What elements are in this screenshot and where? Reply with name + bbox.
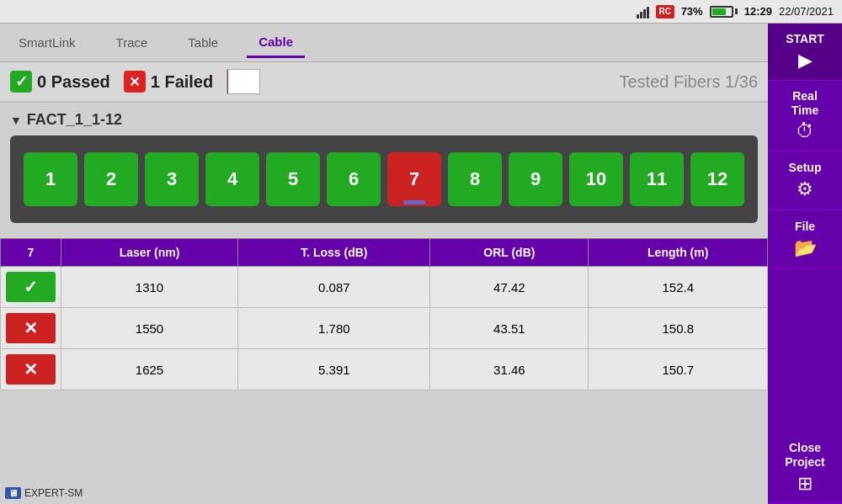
timer-icon: ⏱ [796,120,814,142]
fiber-1[interactable]: 1 [24,152,77,206]
grid-icon: ⊞ [797,473,813,495]
pass-check-icon: ✓ [24,277,38,297]
date-display: 22/07/2021 [779,5,834,18]
fiber-7[interactable]: 7 [387,152,441,206]
tab-table[interactable]: Table [176,29,230,56]
file-label: File [795,220,815,234]
fiber-6[interactable]: 6 [327,152,381,206]
file-button[interactable]: File 📂 [768,210,842,269]
device-label: EXPERT-SM [24,487,83,499]
table-row: ✕ 1625 5.391 31.46 150.7 [1,349,768,390]
footer-logo: 🖥 [5,487,21,499]
realtime-label: RealTime [791,89,818,118]
setup-button[interactable]: Setup ⚙ [768,151,842,210]
footer-bar: 🖥 EXPERT-SM [0,482,88,504]
fiber-grid-container: 1 2 3 4 5 6 7 8 9 10 11 12 [10,135,758,223]
folder-icon: 📂 [794,237,817,259]
start-button[interactable]: START ▶ [768,24,842,81]
fail-section: ✕ 1 Failed [124,71,213,93]
battery-percent: 73% [681,5,703,18]
fail-x-icon-2: ✕ [24,359,38,379]
fiber-11[interactable]: 11 [630,152,684,206]
tab-bar: SmartLink Trace Table Cable [0,24,768,62]
row-2-status: ✕ [1,308,61,349]
tab-trace[interactable]: Trace [104,29,160,56]
data-table: 7 Laser (nm) T. Loss (dB) ORL (dB) Lengt… [0,238,768,390]
col-fiber: 7 [1,239,61,267]
battery-icon [710,6,738,18]
fiber-12[interactable]: 12 [690,152,744,206]
tested-fibers: Tested Fibers 1/36 [619,72,758,92]
tab-cable[interactable]: Cable [247,28,305,58]
rc-icon: RC [656,5,674,19]
col-laser: Laser (nm) [61,239,238,267]
close-project-button[interactable]: CloseProject ⊞ [768,432,842,504]
row-1-status: ✓ [1,267,61,308]
row-2-laser: 1550 [61,308,238,349]
realtime-button[interactable]: RealTime ⏱ [768,81,842,152]
fail-x-icon: ✕ [24,318,38,338]
row-1-orl: 47.42 [430,267,589,308]
fiber-grid: 1 2 3 4 5 6 7 8 9 10 11 12 [24,152,744,206]
status-bar: RC 73% 12:29 22/07/2021 [0,0,842,24]
pass-section: ✓ 0 Passed [10,71,110,93]
progress-bar [226,69,260,94]
row-2-orl: 43.51 [430,308,589,349]
close-label: CloseProject [785,441,824,470]
left-content: SmartLink Trace Table Cable ✓ 0 Passed ✕… [0,24,768,504]
summary-bar: ✓ 0 Passed ✕ 1 Failed Tested Fibers 1/36 [0,62,768,103]
table-row: ✓ 1310 0.087 47.42 152.4 [1,267,768,308]
wifi-icon [637,5,649,19]
right-sidebar: START ▶ RealTime ⏱ Setup ⚙ File 📂 CloseP… [768,24,842,504]
fiber-10[interactable]: 10 [569,152,623,206]
row-2-tloss: 1.780 [238,308,430,349]
col-length: Length (m) [589,239,768,267]
col-orl: ORL (dB) [430,239,589,267]
main-layout: SmartLink Trace Table Cable ✓ 0 Passed ✕… [0,24,842,504]
row-3-length: 150.7 [589,349,768,390]
row-3-laser: 1625 [61,349,238,390]
time-display: 12:29 [744,5,772,18]
play-icon: ▶ [798,50,813,72]
expand-icon: ▼ [10,114,22,127]
row-1-tloss: 0.087 [238,267,430,308]
fiber-4[interactable]: 4 [205,152,259,206]
fiber-2[interactable]: 2 [84,152,138,206]
row-3-orl: 31.46 [430,349,589,390]
pass-icon: ✓ [10,71,32,93]
pass-count: 0 Passed [37,72,110,92]
cable-name: FACT_1_1-12 [27,111,122,129]
row-3-tloss: 5.391 [238,349,430,390]
table-row: ✕ 1550 1.780 43.51 150.8 [1,308,768,349]
gear-icon: ⚙ [797,178,813,200]
start-label: START [786,32,824,46]
row-1-laser: 1310 [61,267,238,308]
row-3-status: ✕ [1,349,61,390]
cable-section: ▼ FACT_1_1-12 1 2 3 4 5 6 7 8 9 10 11 12 [0,103,768,235]
col-tloss: T. Loss (dB) [238,239,430,267]
fiber-8[interactable]: 8 [448,152,502,206]
fail-count: 1 Failed [151,72,213,92]
row-1-length: 152.4 [589,267,768,308]
fiber-5[interactable]: 5 [266,152,320,206]
cable-title: ▼ FACT_1_1-12 [10,111,758,129]
fail-icon: ✕ [124,71,146,93]
fiber-3[interactable]: 3 [145,152,199,206]
row-2-length: 150.8 [589,308,768,349]
setup-label: Setup [789,161,822,175]
tab-smartlink[interactable]: SmartLink [7,29,88,56]
fiber-9[interactable]: 9 [509,152,562,206]
